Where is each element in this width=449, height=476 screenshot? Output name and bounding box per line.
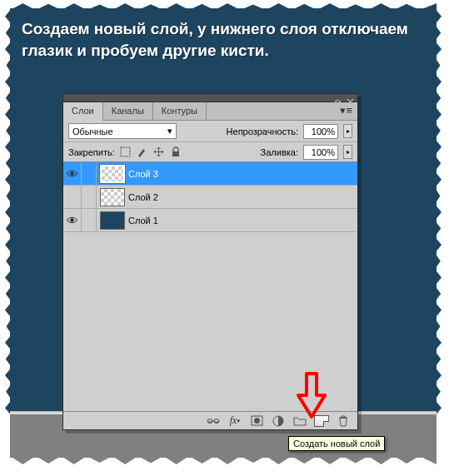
close-icon[interactable] <box>347 94 354 102</box>
svg-rect-1 <box>172 151 179 156</box>
panel-tabs: Слои Каналы Контуры ▾≡ <box>63 102 357 121</box>
link-icon[interactable] <box>206 414 221 428</box>
torn-edge <box>10 456 437 464</box>
fill-flyout[interactable]: ▸ <box>343 145 352 159</box>
panel-titlebar[interactable] <box>63 94 357 102</box>
layer-thumbnail[interactable] <box>100 165 125 183</box>
torn-edge <box>5 8 12 416</box>
lock-transparency-icon[interactable] <box>120 146 132 158</box>
visibility-toggle[interactable] <box>63 209 82 231</box>
instruction-text: Создаем новый слой, у нижнего слоя отклю… <box>22 18 430 61</box>
group-icon[interactable] <box>292 414 307 428</box>
layer-row[interactable]: Слой 3 <box>63 162 357 186</box>
new-layer-icon[interactable] <box>314 414 329 428</box>
opacity-label: Непрозрачность: <box>227 126 298 136</box>
torn-edge <box>10 3 437 10</box>
blend-mode-value: Обычные <box>72 126 113 136</box>
lock-label: Закрепить: <box>68 147 115 157</box>
mask-icon[interactable] <box>249 414 264 428</box>
trash-icon[interactable] <box>336 414 351 428</box>
visibility-toggle[interactable] <box>63 162 82 185</box>
fill-input[interactable]: 100% <box>303 145 338 160</box>
link-column[interactable] <box>82 209 97 231</box>
layers-list: Слой 3Слой 2Слой 1 <box>63 162 357 232</box>
link-column[interactable] <box>82 162 97 185</box>
layer-thumbnail[interactable] <box>100 188 125 206</box>
fill-label: Заливка: <box>261 147 298 157</box>
adjustment-icon[interactable] <box>271 414 286 428</box>
layer-row[interactable]: Слой 2 <box>63 186 357 209</box>
layer-name[interactable]: Слой 2 <box>128 192 158 202</box>
blend-row: Обычные ▾ Непрозрачность: 100% ▸ <box>63 121 357 142</box>
panel-menu-icon[interactable]: ▾≡ <box>335 102 357 120</box>
blend-mode-dropdown[interactable]: Обычные ▾ <box>68 123 177 139</box>
tab-channels[interactable]: Каналы <box>103 102 153 120</box>
visibility-toggle[interactable] <box>63 186 82 208</box>
layers-panel: Слои Каналы Контуры ▾≡ Обычные ▾ Непрозр… <box>62 93 358 430</box>
opacity-input[interactable]: 100% <box>303 124 338 139</box>
lock-paint-icon[interactable] <box>137 146 148 158</box>
collapse-icon[interactable] <box>334 94 342 102</box>
tooltip: Создать новый слой <box>288 436 385 451</box>
opacity-flyout[interactable]: ▸ <box>343 124 352 138</box>
tab-layers[interactable]: Слои <box>63 102 103 121</box>
fx-icon[interactable]: fx▾ <box>227 414 242 428</box>
panel-footer: fx▾ <box>63 411 357 429</box>
eye-icon <box>66 216 78 225</box>
lock-all-icon[interactable] <box>170 146 182 158</box>
tab-paths[interactable]: Контуры <box>153 102 207 120</box>
lock-move-icon[interactable] <box>153 146 165 158</box>
layer-row[interactable]: Слой 1 <box>63 209 357 232</box>
layer-name[interactable]: Слой 1 <box>128 216 158 226</box>
chevron-down-icon: ▾ <box>167 126 172 136</box>
layer-thumbnail[interactable] <box>100 211 125 230</box>
lock-row: Закрепить: Заливка: 100% ▸ <box>63 142 357 162</box>
svg-rect-0 <box>121 147 130 156</box>
link-column[interactable] <box>82 186 97 208</box>
layers-empty-area[interactable] <box>63 232 357 411</box>
svg-point-7 <box>254 418 260 424</box>
torn-edge <box>435 8 442 416</box>
svg-point-2 <box>70 171 74 176</box>
layer-name[interactable]: Слой 3 <box>128 169 158 179</box>
eye-icon <box>66 169 78 178</box>
svg-point-3 <box>70 218 74 222</box>
